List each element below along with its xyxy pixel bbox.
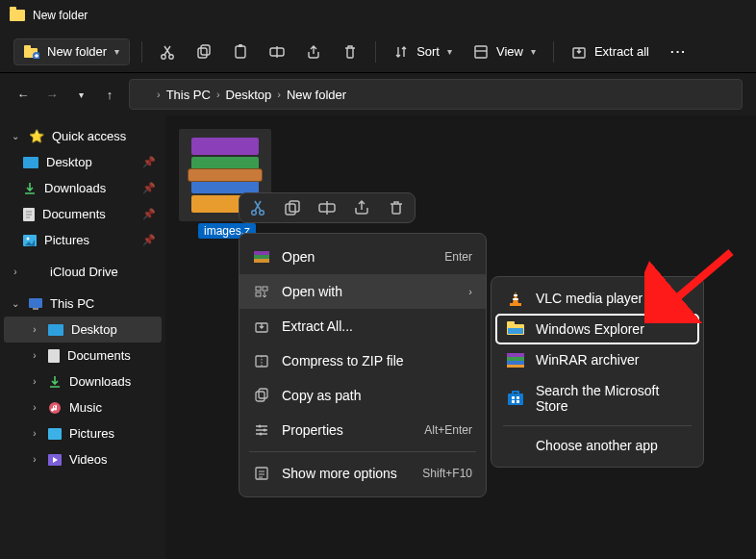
up-button[interactable]: ↑ xyxy=(100,88,119,102)
breadcrumb-item[interactable]: Desktop xyxy=(226,88,272,102)
document-icon xyxy=(23,208,35,221)
recent-locations-button[interactable]: ▾ xyxy=(71,89,90,100)
svg-point-39 xyxy=(264,429,266,432)
breadcrumb-item[interactable]: This PC xyxy=(166,88,211,102)
sidebar-item-pictures[interactable]: Pictures📌 xyxy=(4,227,162,253)
delete-button[interactable] xyxy=(388,199,405,216)
submenu-winrar[interactable]: WinRAR archiver xyxy=(495,344,699,375)
extract-label: Extract all xyxy=(594,44,649,59)
pin-icon: 📌 xyxy=(142,156,156,168)
submenu-ms-store[interactable]: Search the Microsoft Store xyxy=(495,375,699,421)
delete-button[interactable] xyxy=(337,39,364,64)
rename-icon xyxy=(269,44,285,60)
sidebar-item-desktop[interactable]: Desktop📌 xyxy=(4,149,162,175)
sort-label: Sort xyxy=(416,44,440,59)
properties-icon xyxy=(253,421,270,439)
address-bar[interactable]: › This PC › Desktop › New folder xyxy=(129,79,743,110)
pc-icon xyxy=(29,298,42,310)
rename-button[interactable] xyxy=(264,39,290,64)
menu-label: Open xyxy=(282,249,315,265)
share-button[interactable] xyxy=(300,39,327,64)
pin-icon: 📌 xyxy=(142,234,156,246)
svg-point-23 xyxy=(252,211,257,216)
collapse-icon: ⌄ xyxy=(10,298,21,309)
forward-button[interactable]: → xyxy=(42,88,62,102)
sidebar-item-downloads[interactable]: ›Downloads xyxy=(4,368,162,394)
separator xyxy=(503,425,692,426)
menu-properties[interactable]: PropertiesAlt+Enter xyxy=(239,413,486,447)
expand-icon: › xyxy=(29,428,40,439)
winrar-icon xyxy=(507,352,524,368)
sidebar-quick-access[interactable]: ⌄ ⭐ Quick access xyxy=(4,123,162,149)
more-button[interactable]: ··· xyxy=(665,39,693,64)
store-icon xyxy=(507,391,524,406)
sidebar-item-downloads[interactable]: Downloads📌 xyxy=(4,175,162,201)
zip-icon xyxy=(253,352,270,369)
svg-rect-19 xyxy=(48,349,60,363)
submenu-label: VLC media player xyxy=(536,291,643,306)
window-titlebar: New folder xyxy=(0,0,756,31)
sidebar-item-videos[interactable]: ›Videos xyxy=(4,446,162,472)
share-button[interactable] xyxy=(353,199,370,216)
svg-point-24 xyxy=(260,211,265,216)
cut-button[interactable] xyxy=(249,199,266,216)
paste-icon xyxy=(233,44,248,60)
svg-rect-51 xyxy=(507,365,524,368)
view-button[interactable]: View ▾ xyxy=(467,39,542,64)
menu-copy-path[interactable]: Copy as path xyxy=(239,378,486,413)
menu-compress[interactable]: Compress to ZIP file xyxy=(239,343,486,378)
copy-button[interactable] xyxy=(284,199,301,216)
extract-all-button[interactable]: Extract all xyxy=(566,39,655,64)
new-folder-label: New folder xyxy=(47,44,107,59)
svg-rect-37 xyxy=(259,389,267,398)
svg-rect-33 xyxy=(256,292,261,296)
sidebar-item-desktop[interactable]: ›Desktop xyxy=(4,317,162,343)
paste-button[interactable] xyxy=(227,39,254,64)
breadcrumb-item[interactable]: New folder xyxy=(287,88,346,102)
menu-extract-all[interactable]: Extract All... xyxy=(239,309,486,343)
sort-button[interactable]: Sort ▾ xyxy=(388,39,458,64)
svg-rect-43 xyxy=(514,294,517,296)
menu-open[interactable]: OpenEnter xyxy=(239,240,486,274)
new-folder-button[interactable]: New folder ▾ xyxy=(13,38,130,65)
copy-button[interactable] xyxy=(190,39,217,64)
svg-rect-8 xyxy=(239,44,242,47)
sidebar-this-pc[interactable]: ⌄This PC xyxy=(4,291,162,317)
desktop-icon xyxy=(48,324,63,336)
sidebar-item-pictures[interactable]: ›Pictures xyxy=(4,420,162,446)
sidebar-item-music[interactable]: ›Music xyxy=(4,394,162,420)
copy-path-icon xyxy=(253,387,270,404)
svg-rect-28 xyxy=(254,251,269,255)
delete-icon xyxy=(342,44,358,60)
svg-rect-18 xyxy=(48,324,63,336)
sidebar-label: Pictures xyxy=(44,233,89,247)
back-button[interactable]: ← xyxy=(13,88,33,102)
sidebar-label: Videos xyxy=(69,452,108,467)
sidebar-item-documents[interactable]: Documents📌 xyxy=(4,201,162,227)
rename-button[interactable] xyxy=(318,199,336,216)
sidebar-item-documents[interactable]: ›Documents xyxy=(4,343,162,368)
navigation-pane: ⌄ ⭐ Quick access Desktop📌 Downloads📌 Doc… xyxy=(0,115,165,559)
separator xyxy=(249,451,476,452)
expand-icon: › xyxy=(29,376,40,387)
explorer-icon xyxy=(507,321,524,337)
expand-icon: › xyxy=(29,350,40,361)
open-with-icon xyxy=(253,283,270,300)
folder-icon xyxy=(29,267,42,277)
cut-button[interactable] xyxy=(154,39,181,64)
svg-rect-31 xyxy=(256,287,261,291)
expand-icon: › xyxy=(29,402,40,413)
sidebar-icloud-drive[interactable]: ›iCloud Drive xyxy=(4,259,162,285)
submenu-choose-another[interactable]: Choose another app xyxy=(495,430,699,461)
sidebar-label: Music xyxy=(69,400,102,415)
collapse-icon: ⌄ xyxy=(10,131,21,141)
submenu-vlc[interactable]: VLC media player xyxy=(495,283,699,314)
pin-icon: 📌 xyxy=(142,182,156,194)
svg-rect-50 xyxy=(507,361,524,365)
menu-open-with[interactable]: Open with› xyxy=(239,274,486,309)
menu-show-more-options[interactable]: Show more optionsShift+F10 xyxy=(239,456,486,491)
folder-icon xyxy=(10,10,25,21)
pin-icon: 📌 xyxy=(142,208,156,220)
submenu-windows-explorer[interactable]: Windows Explorer xyxy=(495,314,699,344)
context-menu-actions xyxy=(239,192,416,223)
